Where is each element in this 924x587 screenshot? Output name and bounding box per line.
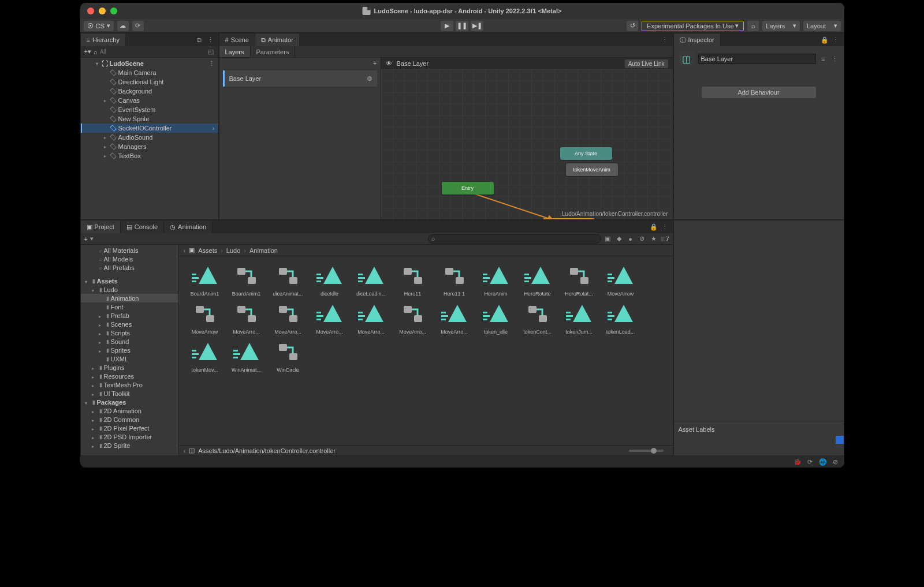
node-any-state[interactable]: Any State <box>560 147 612 160</box>
global-icon[interactable]: 🌐 <box>819 458 827 466</box>
asset-item[interactable]: BoardAnim1 <box>226 262 267 297</box>
project-tree-item[interactable]: ▮ 2D Pixel Perfect <box>81 424 178 432</box>
hierarchy-search-input[interactable] <box>100 48 204 55</box>
asset-item[interactable]: diceAnimat... <box>268 262 308 297</box>
hierarchy-item[interactable]: ▾⛶LudoScene⋮ <box>81 59 218 68</box>
tab-hierarchy[interactable]: ≡ Hierarchy <box>81 33 126 46</box>
asset-item[interactable]: HeroRotat... <box>559 262 599 297</box>
project-tree-item[interactable]: ▮ UI Toolkit <box>81 389 178 398</box>
undo-history-button[interactable]: ↺ <box>627 21 638 31</box>
project-tree-item[interactable]: ▮ Ludo <box>81 285 178 294</box>
hierarchy-item[interactable]: ▸Managers <box>81 142 218 151</box>
project-tree-item[interactable]: ▮ Animation <box>81 294 178 302</box>
create-button[interactable]: + <box>84 235 88 242</box>
tab-console[interactable]: ▤Console <box>121 220 164 233</box>
project-tree-item[interactable]: ▮ Scripts <box>81 328 178 337</box>
node-default-state[interactable]: token_idle <box>543 218 595 219</box>
error-icon[interactable]: ⊘ <box>638 235 646 243</box>
hierarchy-item[interactable]: ▸AudioSound <box>81 133 218 142</box>
more-icon[interactable]: ⋮ <box>207 36 215 44</box>
filter-by-type-icon[interactable]: ▣ <box>603 235 612 243</box>
asset-item[interactable]: HeroAnim <box>476 262 516 297</box>
animator-breadcrumb[interactable]: Base Layer <box>397 60 429 67</box>
close-window-button[interactable] <box>87 8 94 14</box>
hierarchy-item[interactable]: Background <box>81 87 218 96</box>
project-tree-item[interactable]: ⌕ All Models <box>81 255 178 263</box>
save-search-icon[interactable]: ● <box>627 235 635 243</box>
eye-icon[interactable]: 👁 <box>386 60 392 67</box>
asset-item[interactable]: MoveArrow <box>601 262 641 297</box>
step-button[interactable]: ▶❚ <box>471 21 483 31</box>
tab-animation[interactable]: ◷Animation <box>164 220 213 233</box>
hierarchy-item[interactable]: EventSystem <box>81 105 218 114</box>
project-tree-item[interactable]: ▮ Font <box>81 302 178 311</box>
asset-item[interactable]: MoveArrow <box>185 300 225 335</box>
crumb[interactable]: Assets <box>198 247 217 254</box>
layer-name-field[interactable]: Base Layer <box>698 54 816 64</box>
hierarchy-item[interactable]: Directional Light <box>81 77 218 87</box>
project-tree-item[interactable]: ▮ TextMesh Pro <box>81 380 178 389</box>
tab-inspector[interactable]: ⓘInspector <box>674 33 721 46</box>
version-control-button[interactable]: ⟳ <box>132 21 144 31</box>
asset-item[interactable]: diceIdle <box>310 262 350 297</box>
project-tree-item[interactable]: ▮ Plugins <box>81 363 178 372</box>
filter-by-label-icon[interactable]: ◆ <box>615 235 623 243</box>
asset-item[interactable]: MoveArro... <box>310 300 350 335</box>
play-button[interactable]: ▶ <box>441 21 453 31</box>
project-tree-item[interactable]: ▮ UXML <box>81 354 178 363</box>
hierarchy-tree[interactable]: ▾⛶LudoScene⋮Main CameraDirectional Light… <box>81 58 218 219</box>
asset-item[interactable]: MoveArro... <box>268 300 308 335</box>
asset-item[interactable]: Hero11 <box>393 262 433 297</box>
layout-dropdown[interactable]: Layout ▾ <box>803 21 841 31</box>
project-tree-item[interactable]: ▮ Packages <box>81 398 178 406</box>
asset-item[interactable]: diceLoadin... <box>351 262 392 297</box>
asset-item[interactable]: MoveArro... <box>434 300 475 335</box>
node-entry[interactable]: Entry <box>442 182 494 195</box>
project-tree-item[interactable]: ▮ Scenes <box>81 320 178 328</box>
project-tree-item[interactable]: ▮ Resources <box>81 372 178 380</box>
hierarchy-item[interactable]: ▸Canvas <box>81 96 218 105</box>
hierarchy-item[interactable]: ▸TextBox <box>81 151 218 160</box>
node-state[interactable]: tokenMoveAnim <box>566 163 618 176</box>
global-search-button[interactable]: ⌕ <box>747 21 759 31</box>
account-dropdown[interactable]: ⦿ CS ▾ <box>84 21 114 31</box>
minimize-window-button[interactable] <box>99 8 106 14</box>
back-icon[interactable]: ‹ <box>184 247 186 254</box>
asset-item[interactable]: Hero11 1 <box>434 262 475 297</box>
project-tree-item[interactable]: ▮ 2D Common <box>81 415 178 424</box>
add-button[interactable]: +▾ <box>84 48 91 55</box>
thumbnail-size-slider[interactable] <box>629 450 664 452</box>
tab-project[interactable]: ▣Project <box>81 220 121 233</box>
project-tree-item[interactable]: ▮ 2D Sprite <box>81 441 178 450</box>
asset-item[interactable]: HeroRotate <box>517 262 558 297</box>
project-tree-item[interactable]: ⌕ All Materials <box>81 246 178 255</box>
experimental-packages-button[interactable]: Experimental Packages In Use ▾ <box>642 21 744 31</box>
crumb[interactable]: Ludo <box>226 247 240 254</box>
project-tree-item[interactable]: ▮ 2D Animation <box>81 406 178 415</box>
asset-item[interactable]: token_idle <box>476 300 516 335</box>
hierarchy-item[interactable]: Main Camera <box>81 68 218 77</box>
sliders-icon[interactable]: ≡ <box>819 55 828 63</box>
popout-icon[interactable]: ⧉ <box>195 36 203 44</box>
project-asset-grid[interactable]: BoardAnim1BoardAnim1diceAnimat...diceIdl… <box>179 256 673 445</box>
project-tree[interactable]: ⌕ All Materials⌕ All Models⌕ All Prefabs… <box>81 245 179 455</box>
add-layer-button[interactable]: + <box>373 59 377 66</box>
tab-animator[interactable]: ⧉Animator <box>255 33 300 46</box>
lock-icon[interactable]: 🔒 <box>650 223 658 231</box>
asset-item[interactable]: WinCircle <box>268 338 308 373</box>
asset-item[interactable]: tokenLoad... <box>601 300 641 335</box>
more-icon[interactable]: ⋮ <box>661 223 669 231</box>
lock-icon[interactable]: 🔒 <box>821 36 829 44</box>
asset-item[interactable]: BoardAnim1 <box>185 262 225 297</box>
add-behaviour-button[interactable]: Add Behaviour <box>702 87 816 98</box>
more-icon[interactable]: ⋮ <box>832 36 840 44</box>
scene-picker-icon[interactable]: ◰ <box>207 48 215 56</box>
layers-dropdown[interactable]: Layers ▾ <box>762 21 800 31</box>
project-tree-item[interactable]: ▮ Assets <box>81 276 178 285</box>
hidden-toggle[interactable]: 👁̸7 <box>661 235 669 243</box>
project-tree-item[interactable]: ▮ 2D PSD Importer <box>81 432 178 441</box>
label-tag-icon[interactable] <box>836 436 844 444</box>
project-tree-item[interactable]: ▮ Sprites <box>81 346 178 354</box>
more-icon[interactable]: ⋮ <box>831 55 839 63</box>
project-tree-item[interactable]: ⌕ All Prefabs <box>81 263 178 272</box>
